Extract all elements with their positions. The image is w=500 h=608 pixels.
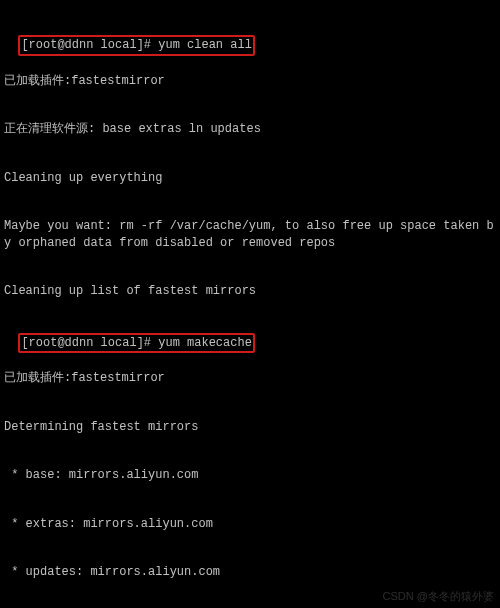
out-line: 已加载插件:fastestmirror bbox=[4, 73, 496, 89]
command-2: yum makecache bbox=[158, 336, 252, 350]
prompt-line-2: [root@ddnn local]# bbox=[21, 336, 158, 350]
out-line: 已加载插件:fastestmirror bbox=[4, 370, 496, 386]
out-line: 正在清理软件源: base extras ln updates bbox=[4, 121, 496, 137]
out-line: Cleaning up everything bbox=[4, 170, 496, 186]
highlight-1: [root@ddnn local]# yum clean all bbox=[18, 35, 254, 55]
out-line: Determining fastest mirrors bbox=[4, 419, 496, 435]
highlight-2: [root@ddnn local]# yum makecache bbox=[18, 333, 254, 353]
out-line: * extras: mirrors.aliyun.com bbox=[4, 516, 496, 532]
out-line: Maybe you want: rm -rf /var/cache/yum, t… bbox=[4, 218, 496, 250]
prompt-line-1: [root@ddnn local]# bbox=[21, 38, 158, 52]
out-line: Cleaning up list of fastest mirrors bbox=[4, 283, 496, 299]
command-1: yum clean all bbox=[158, 38, 252, 52]
out-line: * updates: mirrors.aliyun.com bbox=[4, 564, 496, 580]
terminal-output: [root@ddnn local]# yum clean all 已加载插件:f… bbox=[0, 0, 500, 608]
out-line: * base: mirrors.aliyun.com bbox=[4, 467, 496, 483]
